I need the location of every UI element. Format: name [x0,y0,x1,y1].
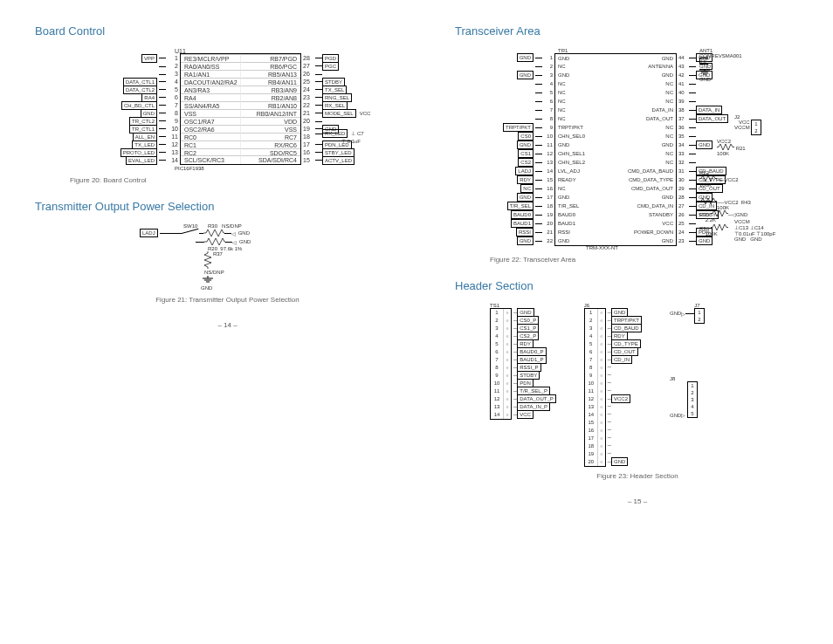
pin-number: 23 [301,93,315,101]
net-label: ─T/R_SEL_P [513,387,558,394]
header-pin: 16○ [585,427,605,435]
header-schematic: TS1 1○2○3○4○5○6○7○8○9○10○11○12○13○14○ ─G… [490,303,820,467]
fig22-caption: Figure 22: Transceiver Area [490,256,820,264]
pin-number: 8 [542,114,554,123]
pin-func: CHN_SEL2 [555,158,609,167]
net-label: ─ [608,402,644,410]
net-label: ─RDY [513,339,558,347]
header-pin: 9○ [491,372,511,380]
pin-number: 1 [166,54,180,62]
net-label: MODE_SEL [322,109,356,118]
pin-number: 17 [301,140,315,148]
header-pin: 13○ [585,403,605,411]
tr-pin-row: GND 17 GND GND 28 GND [472,193,820,202]
pin-func: GND [555,54,609,63]
tr-pin-row: T/R_SEL 18 T/R_SEL CMD_DATA_IN 27 CD_IN … [472,202,820,210]
fig23-caption: Figure 23: Header Section [455,472,820,480]
pin-number: 31 [677,167,689,175]
chip-part: PIC16F1938 [175,166,420,171]
net-label: TRPT/PKT [503,123,534,132]
pin-number: 34 [677,140,689,149]
pin-func: NC [609,88,676,97]
ts1-block: TS1 1○2○3○4○5○6○7○8○9○10○11○12○13○14○ ─G… [490,303,558,467]
net-label: RSSI [516,228,534,236]
pin-func: NC [609,132,676,140]
pin-number: 15 [301,156,315,164]
pin-func: CMD_DATA_TYPE [609,175,676,184]
header-pin: 11○ [491,387,511,395]
pin-number: 8 [166,109,180,117]
header-pin: 14○ [491,411,511,419]
pin-func: ANTENNA [609,62,676,71]
j7-gnd: GND [670,311,681,316]
r37-val: NS/DNP [204,270,224,275]
header-pin: 9○ [585,372,605,380]
pin-number: 4 [542,79,554,88]
net-label: ─CD_TYPE [608,339,644,347]
header-pin: 7○ [585,356,605,364]
net-label: ─RDY [608,332,644,339]
header-pin: 12○ [491,395,511,403]
fig20-caption: Figure 20: Board Control [70,176,420,184]
net-label: BAUD0 [511,210,534,219]
pin-number: 15 [542,175,554,184]
tr-pin-row: CS1 12 CHN_SEL1 NC 33 [472,149,820,158]
net-label: ─CD_IN [608,355,644,363]
header-pin: 2○ [491,317,511,325]
net-label: GND [696,140,713,149]
pin-number: 32 [677,158,689,167]
pin-number: 2 [542,62,554,71]
net-label: ─TRPT/PKT [608,316,644,324]
header-pin: 1 [688,382,696,389]
net-label: RX_LED [322,129,348,138]
pin-func: CMD_DATA_IN [609,202,676,210]
tr-pin-row: TRPT/PKT 9 TRPT/PKT NC 36 [472,123,820,132]
header-pin: 5 [688,410,696,417]
pin-number: 26 [301,70,315,78]
pin-number: 39 [677,97,689,106]
header-pin: 17○ [585,435,605,442]
r37-ref: R37 [213,251,223,257]
net-label: GND [696,71,713,79]
net-label: ─ [608,442,644,449]
pin-number: 10 [166,125,180,133]
net-label: ─CS1_P [513,324,558,332]
r30-ref: R30 [208,223,217,229]
pin-number: 36 [677,123,689,132]
pin-number: 19 [542,210,554,219]
sw-ref: SW10 [183,223,197,229]
net-label: GND [517,236,534,245]
gnd-label: GND [201,285,420,291]
net-label: ─GND [608,457,644,465]
pin-number: 38 [677,106,689,114]
pin-func: NC [555,184,609,193]
fig21-caption: Figure 21: Transmitter Output Power Sele… [35,296,420,304]
gnd-label: GND [239,239,251,244]
pin-number: 24 [301,86,315,93]
pin-number: 3 [542,71,554,79]
pin-number: 7 [166,101,180,109]
tr-pin-row: 8 NC DATA_OUT 37 DATA_OUT J2VCCVCCM 12 [472,114,820,123]
pin-number: 27 [677,202,689,210]
net-label: ─ [608,449,644,457]
net-label: ─ [608,410,644,418]
pin-number: 26 [677,210,689,219]
tr-pin-row: CS0 10 CHN_SEL0 NC 35 [472,132,820,140]
net-label: ─RSSI_P [513,363,558,371]
pin-func: CMD_DATA_OUT [609,184,676,193]
j6-block: J6 1○2○3○4○5○6○7○8○9○10○11○12○13○14○15○1… [584,303,644,467]
pin-number: 21 [542,228,554,236]
header-pin: 8○ [491,364,511,372]
pin-number: 1 [542,53,554,62]
net-label: GND [696,236,713,245]
pin-func: GND [609,71,676,79]
net-label: ─ [608,371,644,379]
net-label: NC [520,184,534,193]
ladj-label: LADJ [140,229,158,237]
pin-number: 21 [301,109,315,117]
pin-number: 18 [542,202,554,210]
pin-func: NC [555,106,609,114]
pin-number: 9 [542,123,554,132]
pin-number: 7 [542,106,554,114]
pin-number: 13 [542,158,554,167]
